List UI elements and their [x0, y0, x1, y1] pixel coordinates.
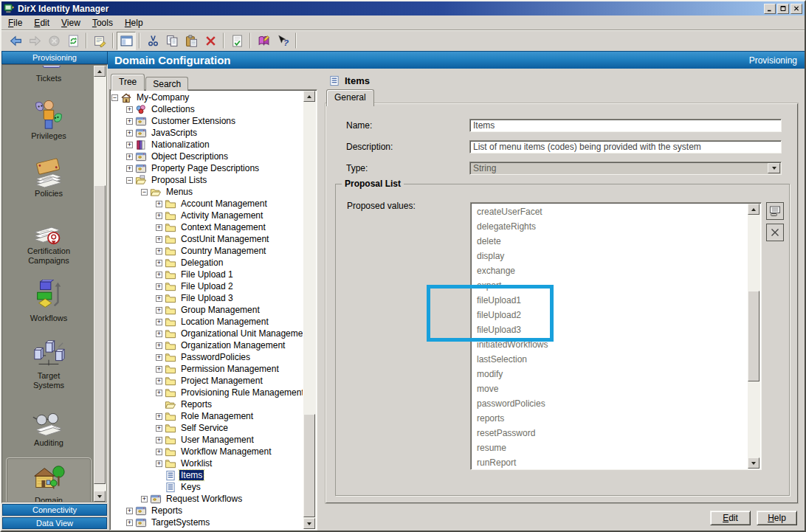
tree-node[interactable]: + Self Service — [111, 422, 303, 434]
sidebar-item[interactable]: Privileges — [6, 93, 92, 145]
expander-icon[interactable]: + — [126, 153, 133, 160]
expander-icon[interactable]: + — [156, 272, 162, 278]
scrollbar-thumb[interactable] — [94, 185, 106, 484]
toolbar-button[interactable] — [44, 32, 63, 50]
tree-node-label[interactable]: Proposal Lists — [150, 175, 208, 185]
window-control-button[interactable] — [790, 4, 802, 14]
tree-node-label[interactable]: Organization Management — [179, 340, 286, 350]
toolbar-button[interactable] — [63, 32, 83, 50]
menu-item[interactable]: Tools — [86, 16, 119, 30]
tree-node[interactable]: + TargetSystems — [111, 517, 303, 528]
tree-node-label[interactable]: Country Management — [179, 246, 267, 256]
expander-icon[interactable]: + — [156, 354, 162, 361]
tree-node[interactable]: + Organization Management — [111, 339, 303, 351]
tab[interactable]: Search — [145, 77, 188, 91]
expander-icon[interactable]: + — [156, 449, 162, 455]
tree-node-label[interactable]: Account Management — [179, 198, 269, 209]
tree-node[interactable]: + Worklist — [111, 457, 303, 469]
tree-node[interactable]: + Location Management — [111, 316, 303, 328]
toolbar-button[interactable] — [182, 32, 201, 50]
tree-node-label[interactable]: Activity Management — [179, 210, 264, 221]
expander-icon[interactable] — [156, 401, 162, 408]
menu-item[interactable]: View — [55, 16, 86, 30]
menu-item[interactable]: File — [2, 16, 28, 30]
expander-icon[interactable]: + — [156, 283, 162, 290]
sidebar-item[interactable]: Domain Configuration — [6, 457, 92, 502]
list-item[interactable]: fileUpload3 — [472, 322, 747, 337]
scroll-down-icon[interactable] — [748, 457, 760, 469]
expander-icon[interactable]: + — [156, 342, 162, 349]
list-item[interactable]: createUserFacet — [472, 204, 747, 219]
tree-node[interactable]: + Group Management — [111, 304, 303, 316]
toolbar-button[interactable]: ? — [273, 32, 292, 50]
tree-node-label[interactable]: Self Service — [179, 423, 230, 433]
expander-icon[interactable]: + — [156, 331, 162, 337]
tree-node-label[interactable]: My-Company — [135, 92, 190, 103]
tree-node[interactable]: + Country Management — [111, 245, 303, 257]
tree-node[interactable]: + Delegation — [111, 257, 303, 269]
list-item[interactable]: resume — [472, 441, 747, 455]
toolbar-button[interactable] — [139, 32, 140, 49]
toolbar-button[interactable] — [254, 32, 273, 50]
list-item[interactable]: fileUpload2 — [472, 308, 747, 322]
tree-node-label[interactable]: File Upload 1 — [179, 269, 235, 280]
dialog-button[interactable]: Help — [757, 511, 797, 525]
tab[interactable]: General — [326, 89, 374, 106]
tree-node-label[interactable]: Location Management — [179, 317, 270, 327]
expander-icon[interactable]: + — [156, 378, 162, 384]
listbox-scrollbar[interactable] — [748, 204, 760, 469]
scroll-down-icon[interactable] — [94, 491, 106, 502]
tree-node[interactable]: Reports — [111, 398, 303, 410]
list-item[interactable]: lastSelection — [472, 352, 747, 367]
tree-node[interactable]: + Context Management — [111, 221, 303, 233]
list-item[interactable]: modify — [472, 367, 747, 381]
tree-node-label[interactable]: Context Management — [179, 222, 267, 232]
scroll-up-icon[interactable] — [94, 66, 106, 77]
toolbar-button[interactable] — [6, 32, 25, 50]
toolbar-button[interactable] — [249, 32, 251, 49]
sidebar-item[interactable]: Certification Campaigns — [6, 208, 92, 269]
tree-node[interactable]: + Nationalization — [111, 139, 303, 151]
tree-scrollbar[interactable] — [303, 91, 316, 529]
expander-icon[interactable]: + — [156, 260, 162, 266]
expander-icon[interactable]: + — [126, 165, 133, 172]
expander-icon[interactable]: + — [156, 437, 162, 443]
tree-node-label[interactable]: User Management — [179, 435, 255, 445]
dialog-button[interactable]: Edit — [710, 511, 751, 525]
tree-node[interactable]: + PasswordPolicies — [111, 351, 303, 363]
tree-node-label[interactable]: Group Management — [179, 305, 261, 315]
tree-node-label[interactable]: JavaScripts — [150, 128, 199, 138]
tree-node-label[interactable]: Reports — [179, 399, 213, 410]
expander-icon[interactable]: + — [156, 224, 162, 231]
list-item[interactable]: fileUpload1 — [472, 293, 747, 308]
toolbar-button[interactable] — [162, 32, 182, 50]
expander-icon[interactable]: + — [156, 319, 162, 325]
sidebar-item[interactable]: Auditing — [6, 400, 92, 452]
expander-icon[interactable]: + — [126, 519, 133, 526]
description-field[interactable] — [469, 140, 782, 153]
tree-node-label[interactable]: Worklist — [179, 458, 213, 469]
expander-icon[interactable]: + — [156, 201, 162, 207]
sidebar-item[interactable]: Workflows — [6, 275, 92, 327]
expander-icon[interactable]: − — [111, 94, 118, 101]
list-item[interactable]: runReport — [472, 455, 747, 468]
expander-icon[interactable]: + — [156, 460, 162, 467]
tree-node[interactable]: + Role Management — [111, 410, 303, 422]
tree-node-label[interactable]: Delegation — [179, 258, 224, 268]
expander-icon[interactable] — [156, 472, 162, 479]
scrollbar-thumb[interactable] — [748, 291, 760, 381]
tree-node-label[interactable]: Items — [179, 470, 204, 480]
expander-icon[interactable]: + — [156, 213, 162, 219]
tree-node[interactable]: + Collections — [111, 103, 303, 115]
expander-icon[interactable] — [156, 484, 162, 491]
expander-icon[interactable]: + — [141, 496, 148, 502]
expander-icon[interactable]: + — [156, 425, 162, 432]
toolbar-button[interactable] — [143, 32, 162, 50]
toolbar-button[interactable] — [112, 32, 114, 49]
sidebar-item[interactable]: Target Systems — [6, 333, 92, 394]
tree-node-label[interactable]: Nationalization — [150, 139, 211, 150]
expander-icon[interactable]: + — [126, 106, 133, 113]
toolbar-button[interactable] — [227, 32, 247, 50]
toolbar-button[interactable] — [86, 32, 87, 49]
sidebar-item[interactable]: Tickets — [6, 66, 92, 87]
